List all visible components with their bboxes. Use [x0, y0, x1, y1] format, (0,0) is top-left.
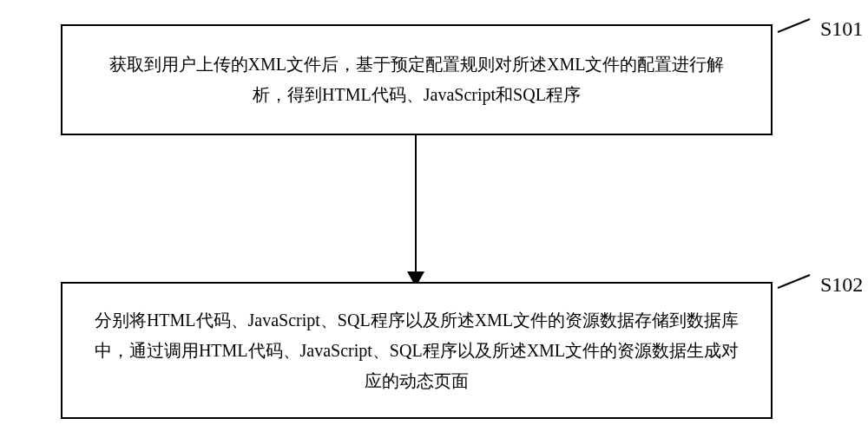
label-connector-s101	[778, 18, 811, 33]
step-text-s102: 分别将HTML代码、JavaScript、SQL程序以及所述XML文件的资源数据…	[93, 305, 740, 396]
arrow-line	[415, 135, 417, 282]
step-label-s101: S101	[820, 17, 863, 41]
step-label-s102: S102	[820, 273, 863, 297]
step-box-s101: 获取到用户上传的XML文件后，基于预定配置规则对所述XML文件的配置进行解析，得…	[61, 24, 773, 135]
label-connector-s102	[778, 274, 811, 289]
step-box-s102: 分别将HTML代码、JavaScript、SQL程序以及所述XML文件的资源数据…	[61, 282, 773, 419]
step-text-s101: 获取到用户上传的XML文件后，基于预定配置规则对所述XML文件的配置进行解析，得…	[93, 49, 740, 110]
flowchart-diagram: 获取到用户上传的XML文件后，基于预定配置规则对所述XML文件的配置进行解析，得…	[61, 17, 807, 421]
